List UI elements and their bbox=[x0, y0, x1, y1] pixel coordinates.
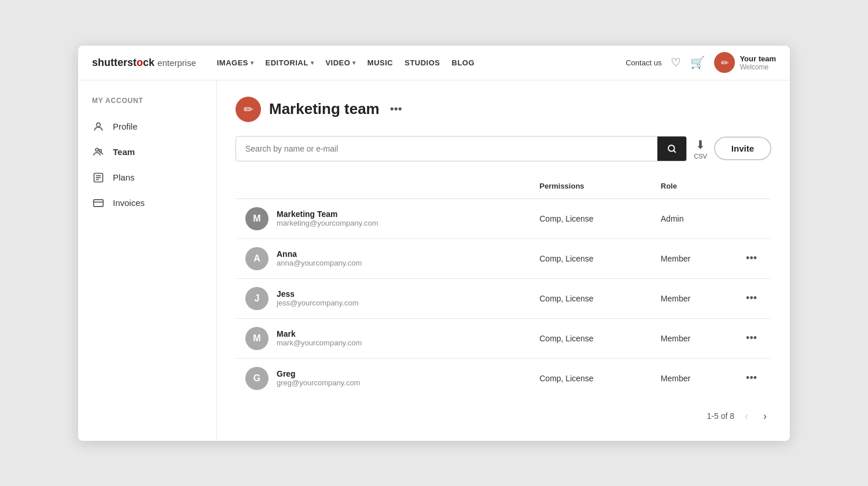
member-avatar: M bbox=[245, 327, 269, 350]
logo: shutterstock enterprise bbox=[92, 57, 196, 69]
member-cell: M Marketing Team marketing@yourcompany.c… bbox=[245, 207, 521, 230]
video-chevron-icon: ▾ bbox=[352, 60, 356, 66]
action-cell bbox=[732, 198, 771, 238]
top-nav: shutterstock enterprise IMAGES ▾ EDITORI… bbox=[78, 46, 790, 80]
nav-music[interactable]: MUSIC bbox=[367, 58, 393, 67]
action-cell: ••• bbox=[732, 238, 771, 278]
sidebar-item-team[interactable]: Team bbox=[78, 139, 216, 165]
svg-point-1 bbox=[95, 148, 98, 151]
invite-button[interactable]: Invite bbox=[714, 137, 771, 160]
sidebar-invoices-label: Invoices bbox=[113, 198, 145, 208]
profile-icon bbox=[92, 121, 105, 132]
nav-studios[interactable]: STUDIOS bbox=[404, 58, 440, 67]
nav-video[interactable]: VIDEO ▾ bbox=[325, 58, 355, 67]
member-email: anna@yourcompany.com bbox=[277, 259, 362, 267]
search-box bbox=[236, 136, 687, 161]
svg-point-2 bbox=[99, 149, 101, 152]
member-options-button[interactable]: ••• bbox=[741, 290, 762, 307]
search-button[interactable] bbox=[657, 137, 686, 161]
cart-icon[interactable]: 🛒 bbox=[690, 56, 705, 69]
member-avatar: M bbox=[245, 207, 269, 230]
sidebar-item-invoices[interactable]: Invoices bbox=[78, 190, 216, 216]
member-avatar: A bbox=[245, 247, 269, 270]
team-icon bbox=[92, 146, 105, 158]
search-row: ⬇ CSV Invite bbox=[236, 136, 771, 161]
pagination-info: 1-5 of 8 bbox=[707, 411, 734, 421]
action-cell: ••• bbox=[732, 318, 771, 358]
member-options-button[interactable]: ••• bbox=[741, 330, 762, 347]
action-cell: ••• bbox=[732, 358, 771, 398]
col-action bbox=[732, 173, 771, 198]
nav-links: IMAGES ▾ EDITORIAL ▾ VIDEO ▾ MUSIC STUDI… bbox=[217, 58, 609, 67]
col-role: Role bbox=[652, 173, 732, 198]
member-avatar: G bbox=[245, 367, 269, 390]
permissions-cell: Comp, License bbox=[530, 238, 652, 278]
nav-editorial[interactable]: EDITORIAL ▾ bbox=[266, 58, 314, 67]
user-name: Your team bbox=[740, 54, 776, 63]
images-chevron-icon: ▾ bbox=[251, 60, 254, 66]
main-content: ✏ Marketing team ••• ⬇ CSV bbox=[217, 80, 790, 441]
user-subtitle: Welcome bbox=[740, 63, 776, 71]
team-title: Marketing team bbox=[269, 100, 380, 118]
sidebar-team-label: Team bbox=[113, 147, 135, 157]
member-cell: M Mark mark@yourcompany.com bbox=[245, 327, 521, 350]
contact-us-link[interactable]: Contact us bbox=[626, 58, 661, 67]
member-info: Jess jess@yourcompany.com bbox=[277, 289, 359, 307]
prev-page-button[interactable]: ‹ bbox=[740, 408, 753, 425]
sidebar-section-title: My Account bbox=[78, 97, 216, 114]
col-member bbox=[236, 173, 531, 198]
action-cell: ••• bbox=[732, 278, 771, 318]
team-header: ✏ Marketing team ••• bbox=[236, 97, 771, 122]
csv-label: CSV bbox=[694, 153, 707, 160]
team-options-button[interactable]: ••• bbox=[390, 102, 402, 116]
member-name: Greg bbox=[277, 369, 360, 378]
permissions-cell: Comp, License bbox=[530, 318, 652, 358]
member-avatar: J bbox=[245, 287, 269, 310]
editorial-chevron-icon: ▾ bbox=[311, 60, 314, 66]
svg-point-9 bbox=[668, 145, 675, 152]
member-email: jess@yourcompany.com bbox=[277, 299, 359, 307]
member-name: Mark bbox=[277, 329, 362, 338]
member-email: marketing@yourcompany.com bbox=[277, 219, 378, 227]
member-email: mark@yourcompany.com bbox=[277, 338, 362, 347]
table-row: J Jess jess@yourcompany.com Comp, Licens… bbox=[236, 278, 771, 318]
invoices-icon bbox=[92, 197, 105, 209]
user-avatar: ✏ bbox=[714, 52, 735, 73]
pagination: 1-5 of 8 ‹ › bbox=[236, 399, 771, 425]
table-row: G Greg greg@yourcompany.com Comp, Licens… bbox=[236, 358, 771, 398]
download-icon: ⬇ bbox=[696, 138, 705, 152]
role-cell: Member bbox=[652, 238, 732, 278]
member-name: Jess bbox=[277, 289, 359, 299]
nav-images[interactable]: IMAGES ▾ bbox=[217, 58, 254, 67]
search-input[interactable] bbox=[236, 137, 657, 160]
role-cell: Admin bbox=[652, 198, 732, 238]
member-options-button[interactable]: ••• bbox=[741, 250, 762, 267]
member-name: Marketing Team bbox=[277, 209, 378, 219]
csv-download-button[interactable]: ⬇ CSV bbox=[694, 138, 707, 160]
nav-blog[interactable]: BLOG bbox=[452, 58, 475, 67]
svg-line-10 bbox=[674, 150, 676, 152]
member-info: Marketing Team marketing@yourcompany.com bbox=[277, 209, 378, 227]
favorites-icon[interactable]: ♡ bbox=[671, 56, 681, 69]
table-row: M Mark mark@yourcompany.com Comp, Licens… bbox=[236, 318, 771, 358]
sidebar-item-profile[interactable]: Profile bbox=[78, 114, 216, 139]
permissions-cell: Comp, License bbox=[530, 358, 652, 398]
col-permissions: Permissions bbox=[530, 173, 652, 198]
plans-icon bbox=[92, 172, 105, 183]
sidebar-plans-label: Plans bbox=[113, 172, 135, 182]
members-table: Permissions Role M Marketing Team market… bbox=[236, 173, 771, 399]
sidebar-item-plans[interactable]: Plans bbox=[78, 165, 216, 190]
member-name: Anna bbox=[277, 249, 362, 259]
member-info: Mark mark@yourcompany.com bbox=[277, 329, 362, 347]
next-page-button[interactable]: › bbox=[759, 408, 771, 425]
sidebar-profile-label: Profile bbox=[113, 122, 138, 131]
user-menu-button[interactable]: ✏ Your team Welcome bbox=[714, 52, 776, 73]
svg-point-0 bbox=[97, 123, 101, 127]
role-cell: Member bbox=[652, 358, 732, 398]
member-cell: G Greg greg@yourcompany.com bbox=[245, 367, 521, 390]
permissions-cell: Comp, License bbox=[530, 278, 652, 318]
member-cell: J Jess jess@yourcompany.com bbox=[245, 287, 521, 310]
member-info: Greg greg@yourcompany.com bbox=[277, 369, 360, 387]
member-options-button[interactable]: ••• bbox=[741, 370, 762, 386]
role-cell: Member bbox=[652, 318, 732, 358]
